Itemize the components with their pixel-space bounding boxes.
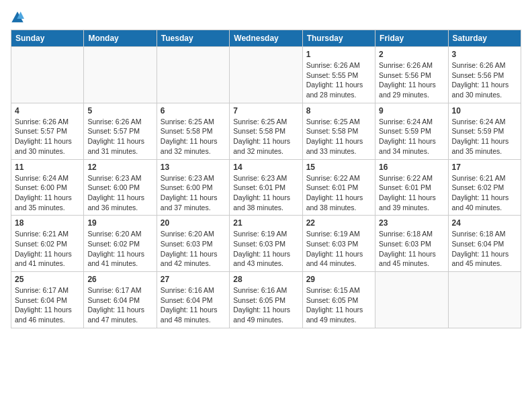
day-number: 25 bbox=[15, 275, 80, 284]
day-info: Sunrise: 6:24 AM Sunset: 5:59 PM Dayligh… bbox=[379, 117, 444, 156]
calendar-week-row: 4Sunrise: 6:26 AM Sunset: 5:57 PM Daylig… bbox=[11, 103, 521, 159]
day-number: 16 bbox=[379, 163, 444, 172]
day-number: 2 bbox=[379, 50, 444, 59]
calendar-cell: 2Sunrise: 6:26 AM Sunset: 5:56 PM Daylig… bbox=[375, 47, 448, 103]
calendar-cell: 9Sunrise: 6:24 AM Sunset: 5:59 PM Daylig… bbox=[375, 103, 448, 159]
day-info: Sunrise: 6:26 AM Sunset: 5:55 PM Dayligh… bbox=[306, 60, 371, 100]
day-number: 24 bbox=[452, 218, 517, 228]
calendar-cell bbox=[157, 47, 229, 103]
calendar-header-monday: Monday bbox=[84, 30, 157, 47]
calendar-cell: 3Sunrise: 6:26 AM Sunset: 5:56 PM Daylig… bbox=[448, 47, 521, 103]
calendar-cell: 8Sunrise: 6:25 AM Sunset: 5:58 PM Daylig… bbox=[302, 103, 375, 159]
calendar-cell: 22Sunrise: 6:19 AM Sunset: 6:03 PM Dayli… bbox=[302, 216, 375, 272]
day-info: Sunrise: 6:16 AM Sunset: 6:04 PM Dayligh… bbox=[161, 285, 226, 325]
day-info: Sunrise: 6:25 AM Sunset: 5:58 PM Dayligh… bbox=[161, 117, 226, 156]
logo-icon bbox=[11, 11, 24, 24]
calendar-cell: 15Sunrise: 6:22 AM Sunset: 6:01 PM Dayli… bbox=[302, 159, 375, 216]
day-number: 5 bbox=[87, 106, 152, 116]
calendar-cell: 29Sunrise: 6:15 AM Sunset: 6:05 PM Dayli… bbox=[302, 272, 375, 328]
day-info: Sunrise: 6:21 AM Sunset: 6:02 PM Dayligh… bbox=[15, 229, 80, 269]
day-number: 8 bbox=[306, 106, 371, 116]
day-info: Sunrise: 6:20 AM Sunset: 6:02 PM Dayligh… bbox=[87, 229, 152, 269]
calendar-cell: 23Sunrise: 6:18 AM Sunset: 6:03 PM Dayli… bbox=[375, 216, 448, 272]
day-number: 27 bbox=[161, 275, 226, 284]
day-info: Sunrise: 6:19 AM Sunset: 6:03 PM Dayligh… bbox=[306, 229, 371, 269]
day-number: 3 bbox=[452, 50, 517, 59]
day-number: 12 bbox=[87, 163, 152, 172]
calendar-header-wednesday: Wednesday bbox=[230, 30, 302, 47]
calendar-cell: 20Sunrise: 6:20 AM Sunset: 6:03 PM Dayli… bbox=[157, 216, 229, 272]
day-info: Sunrise: 6:23 AM Sunset: 6:00 PM Dayligh… bbox=[161, 173, 226, 213]
calendar-header-row: SundayMondayTuesdayWednesdayThursdayFrid… bbox=[11, 30, 521, 47]
calendar-week-row: 18Sunrise: 6:21 AM Sunset: 6:02 PM Dayli… bbox=[11, 216, 521, 272]
calendar-cell: 19Sunrise: 6:20 AM Sunset: 6:02 PM Dayli… bbox=[84, 216, 157, 272]
day-number: 11 bbox=[15, 163, 80, 172]
logo bbox=[11, 11, 27, 24]
day-number: 17 bbox=[452, 163, 517, 172]
calendar-cell: 16Sunrise: 6:22 AM Sunset: 6:01 PM Dayli… bbox=[375, 159, 448, 216]
calendar-cell: 18Sunrise: 6:21 AM Sunset: 6:02 PM Dayli… bbox=[11, 216, 84, 272]
day-info: Sunrise: 6:23 AM Sunset: 6:01 PM Dayligh… bbox=[233, 173, 298, 213]
day-info: Sunrise: 6:19 AM Sunset: 6:03 PM Dayligh… bbox=[233, 229, 298, 269]
day-info: Sunrise: 6:26 AM Sunset: 5:57 PM Dayligh… bbox=[15, 117, 80, 156]
calendar-cell: 21Sunrise: 6:19 AM Sunset: 6:03 PM Dayli… bbox=[230, 216, 302, 272]
day-info: Sunrise: 6:25 AM Sunset: 5:58 PM Dayligh… bbox=[233, 117, 298, 156]
day-number: 10 bbox=[452, 106, 517, 116]
day-info: Sunrise: 6:16 AM Sunset: 6:05 PM Dayligh… bbox=[233, 285, 298, 325]
calendar-cell: 4Sunrise: 6:26 AM Sunset: 5:57 PM Daylig… bbox=[11, 103, 84, 159]
day-number: 6 bbox=[161, 106, 226, 116]
day-number: 1 bbox=[306, 50, 371, 59]
day-info: Sunrise: 6:26 AM Sunset: 5:56 PM Dayligh… bbox=[379, 60, 444, 100]
calendar-cell: 13Sunrise: 6:23 AM Sunset: 6:00 PM Dayli… bbox=[157, 159, 229, 216]
day-info: Sunrise: 6:22 AM Sunset: 6:01 PM Dayligh… bbox=[379, 173, 444, 213]
calendar-cell bbox=[11, 47, 84, 103]
calendar-cell bbox=[84, 47, 157, 103]
day-number: 26 bbox=[87, 275, 152, 284]
calendar-cell: 5Sunrise: 6:26 AM Sunset: 5:57 PM Daylig… bbox=[84, 103, 157, 159]
day-info: Sunrise: 6:23 AM Sunset: 6:00 PM Dayligh… bbox=[87, 173, 152, 213]
calendar-cell: 25Sunrise: 6:17 AM Sunset: 6:04 PM Dayli… bbox=[11, 272, 84, 328]
day-number: 13 bbox=[161, 163, 226, 172]
day-number: 21 bbox=[233, 218, 298, 228]
day-info: Sunrise: 6:21 AM Sunset: 6:02 PM Dayligh… bbox=[452, 173, 517, 213]
calendar-cell: 12Sunrise: 6:23 AM Sunset: 6:00 PM Dayli… bbox=[84, 159, 157, 216]
calendar-cell bbox=[375, 272, 448, 328]
day-number: 19 bbox=[87, 218, 152, 228]
day-info: Sunrise: 6:25 AM Sunset: 5:58 PM Dayligh… bbox=[306, 117, 371, 156]
day-info: Sunrise: 6:18 AM Sunset: 6:04 PM Dayligh… bbox=[452, 229, 517, 269]
calendar-cell: 28Sunrise: 6:16 AM Sunset: 6:05 PM Dayli… bbox=[230, 272, 302, 328]
calendar-header-saturday: Saturday bbox=[448, 30, 521, 47]
day-number: 20 bbox=[161, 218, 226, 228]
day-number: 9 bbox=[379, 106, 444, 116]
day-info: Sunrise: 6:15 AM Sunset: 6:05 PM Dayligh… bbox=[306, 285, 371, 325]
day-info: Sunrise: 6:22 AM Sunset: 6:01 PM Dayligh… bbox=[306, 173, 371, 213]
day-number: 23 bbox=[379, 218, 444, 228]
day-number: 7 bbox=[233, 106, 298, 116]
day-info: Sunrise: 6:24 AM Sunset: 6:00 PM Dayligh… bbox=[15, 173, 80, 213]
calendar-week-row: 11Sunrise: 6:24 AM Sunset: 6:00 PM Dayli… bbox=[11, 159, 521, 216]
calendar-week-row: 25Sunrise: 6:17 AM Sunset: 6:04 PM Dayli… bbox=[11, 272, 521, 328]
calendar-cell: 24Sunrise: 6:18 AM Sunset: 6:04 PM Dayli… bbox=[448, 216, 521, 272]
calendar-header-thursday: Thursday bbox=[302, 30, 375, 47]
day-number: 18 bbox=[15, 218, 80, 228]
calendar-cell: 27Sunrise: 6:16 AM Sunset: 6:04 PM Dayli… bbox=[157, 272, 229, 328]
calendar-table: SundayMondayTuesdayWednesdayThursdayFrid… bbox=[11, 30, 521, 328]
day-number: 28 bbox=[233, 275, 298, 284]
day-number: 15 bbox=[306, 163, 371, 172]
day-info: Sunrise: 6:24 AM Sunset: 5:59 PM Dayligh… bbox=[452, 117, 517, 156]
day-info: Sunrise: 6:17 AM Sunset: 6:04 PM Dayligh… bbox=[15, 285, 80, 325]
calendar-week-row: 1Sunrise: 6:26 AM Sunset: 5:55 PM Daylig… bbox=[11, 47, 521, 103]
calendar-cell: 26Sunrise: 6:17 AM Sunset: 6:04 PM Dayli… bbox=[84, 272, 157, 328]
day-info: Sunrise: 6:26 AM Sunset: 5:57 PM Dayligh… bbox=[87, 117, 152, 156]
calendar-header-tuesday: Tuesday bbox=[157, 30, 229, 47]
calendar-cell bbox=[230, 47, 302, 103]
page-header bbox=[11, 11, 521, 24]
day-number: 22 bbox=[306, 218, 371, 228]
day-number: 29 bbox=[306, 275, 371, 284]
day-info: Sunrise: 6:17 AM Sunset: 6:04 PM Dayligh… bbox=[87, 285, 152, 325]
day-number: 4 bbox=[15, 106, 80, 116]
calendar-cell: 6Sunrise: 6:25 AM Sunset: 5:58 PM Daylig… bbox=[157, 103, 229, 159]
calendar-cell bbox=[448, 272, 521, 328]
calendar-header-sunday: Sunday bbox=[11, 30, 84, 47]
day-info: Sunrise: 6:18 AM Sunset: 6:03 PM Dayligh… bbox=[379, 229, 444, 269]
